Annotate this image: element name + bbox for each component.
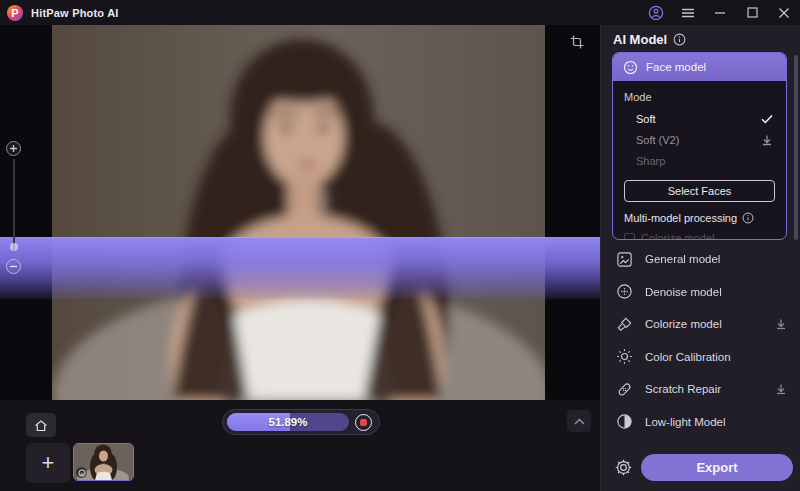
export-button[interactable]: Export <box>641 454 793 481</box>
minimize-button[interactable] <box>704 0 736 25</box>
stop-button[interactable] <box>355 414 372 431</box>
info-icon <box>673 33 686 46</box>
preview-canvas <box>0 25 600 400</box>
model-item-low-light[interactable]: Low-light Model <box>601 406 800 439</box>
model-item-general[interactable]: General model <box>601 243 800 276</box>
info-icon <box>742 212 754 224</box>
model-list: General model Denoise model Colorize mod… <box>601 243 800 438</box>
crop-icon[interactable] <box>566 31 588 53</box>
close-button[interactable] <box>768 0 800 25</box>
checkbox-icon <box>624 233 635 241</box>
panel-title: AI Model <box>613 32 667 47</box>
zoom-in-button[interactable] <box>6 141 21 156</box>
sun-icon <box>616 348 633 365</box>
menu-icon[interactable] <box>672 0 704 25</box>
download-icon <box>775 383 787 395</box>
face-model-title: Face model <box>646 61 706 73</box>
model-item-denoise[interactable]: Denoise model <box>601 276 800 309</box>
sidebar-scrollbar[interactable] <box>794 55 798 240</box>
colorize-model-checkbox[interactable]: Colorize model <box>624 232 776 240</box>
mode-label: Mode <box>624 91 776 103</box>
bottom-bar: + 51.89% <box>0 400 600 491</box>
face-model-card: Face model Mode Soft Soft (V2) Sharp Sel… <box>612 52 787 240</box>
progress-bar: 51.89% <box>222 409 380 435</box>
model-item-color-calibration[interactable]: Color Calibration <box>601 341 800 374</box>
mode-option-soft-v2[interactable]: Soft (V2) <box>623 129 776 150</box>
zoom-out-button[interactable] <box>6 259 21 274</box>
select-faces-button[interactable]: Select Faces <box>624 180 775 202</box>
progress-percent-label: 51.89% <box>227 413 349 431</box>
thumbnail-face-badge-icon <box>76 467 87 478</box>
collapse-thumbnails-button[interactable] <box>567 410 591 432</box>
add-image-button[interactable]: + <box>26 443 70 483</box>
mode-option-soft[interactable]: Soft <box>623 108 776 129</box>
multi-model-label: Multi-model processing <box>624 212 737 224</box>
check-icon <box>761 114 773 124</box>
stop-icon <box>360 419 367 426</box>
account-icon[interactable] <box>640 0 672 25</box>
download-icon <box>761 134 773 146</box>
mode-option-sharp[interactable]: Sharp <box>623 150 776 171</box>
app-title: HitPaw Photo AI <box>31 7 119 19</box>
zoom-slider-track[interactable] <box>13 159 15 251</box>
maximize-button[interactable] <box>736 0 768 25</box>
ai-model-panel: AI Model Face model Mode Soft Soft (V2) <box>600 25 800 491</box>
bandage-icon <box>616 381 633 398</box>
model-item-scratch-repair[interactable]: Scratch Repair <box>601 373 800 406</box>
denoise-icon <box>616 283 633 300</box>
progress-track: 51.89% <box>227 413 349 431</box>
face-model-header[interactable]: Face model <box>613 53 786 81</box>
zoom-slider-handle[interactable] <box>10 243 18 251</box>
image-icon <box>616 251 633 268</box>
model-item-colorize[interactable]: Colorize model <box>601 308 800 341</box>
download-icon <box>775 318 787 330</box>
titlebar: P HitPaw Photo AI <box>0 0 800 25</box>
home-button[interactable] <box>26 413 56 437</box>
app-logo-icon: P <box>7 5 23 21</box>
brush-icon <box>616 316 633 333</box>
photo-preview <box>52 25 545 400</box>
face-model-icon <box>623 60 638 75</box>
image-thumbnail[interactable] <box>73 443 134 481</box>
contrast-icon <box>616 413 633 430</box>
settings-gear-icon[interactable] <box>611 455 635 479</box>
